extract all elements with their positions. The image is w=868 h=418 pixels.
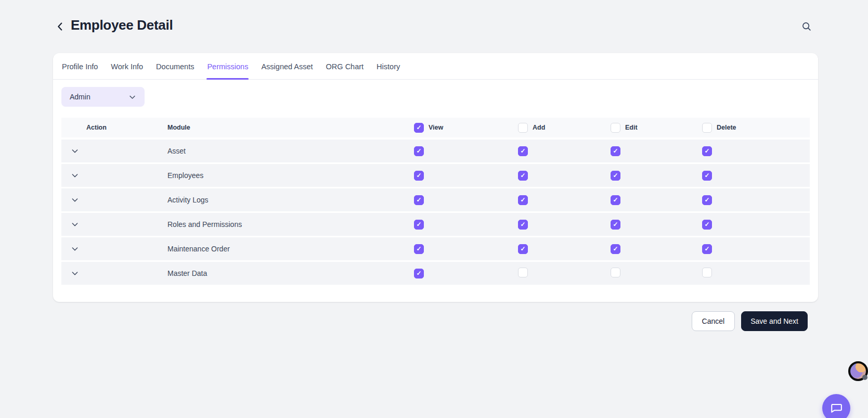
edit-cell: ✓ [611,146,702,156]
add-checkbox[interactable]: ✓ [518,220,528,230]
expand-row-button[interactable] [61,269,167,277]
tab-label: Documents [156,62,194,71]
add-cell: ✓ [518,244,611,254]
expand-row-button[interactable] [61,220,167,229]
tab-label: ORG Chart [326,62,364,71]
check-icon: ✓ [613,172,618,179]
add-checkbox[interactable]: ✓ [518,146,528,156]
role-select-value: Admin [70,93,90,101]
module-cell: Activity Logs [167,196,414,204]
page-title: Employee Detail [71,17,173,33]
check-icon: ✓ [520,246,525,252]
tab-org-chart[interactable]: ORG Chart [326,62,365,79]
chat-button[interactable] [822,394,850,418]
chevron-down-icon [71,147,79,155]
search-icon[interactable] [800,20,813,33]
column-checkbox[interactable]: ✓ [414,123,424,133]
view-cell: ✓ [414,146,518,156]
module-name: Activity Logs [167,196,209,204]
check-icon: ✓ [613,148,618,154]
tab-label: Permissions [207,62,248,71]
check-icon: ✓ [416,172,421,179]
tab-bar: Profile Info Work Info Documents Permiss… [53,53,818,80]
edit-checkbox[interactable]: ✓ [611,244,620,254]
table-row: Maintenance Order ✓ ✓ ✓ ✓ [61,237,810,260]
column-checkbox[interactable]: ✓ [518,123,528,133]
view-checkbox[interactable]: ✓ [414,171,424,181]
view-cell: ✓ [414,268,518,278]
module-cell: Asset [167,147,414,155]
expand-row-button[interactable] [61,171,167,180]
tab-history[interactable]: History [376,62,400,79]
view-checkbox[interactable]: ✓ [414,220,424,230]
add-cell: ✓ [518,170,611,181]
tab-assigned-asset[interactable]: Assigned Asset [261,62,313,79]
module-name: Master Data [167,269,207,277]
tab-profile-info[interactable]: Profile Info [61,62,98,79]
add-checkbox[interactable]: ✓ [518,244,528,254]
table-row: Asset ✓ ✓ ✓ ✓ [61,140,810,162]
magnifier-icon [801,21,812,32]
tab-work-info[interactable]: Work Info [110,62,144,79]
table-row: Employees ✓ ✓ ✓ ✓ [61,164,810,187]
table-row: Roles and Permissions ✓ ✓ ✓ ✓ [61,213,810,236]
add-cell: ✓ [518,195,611,205]
expand-row-button[interactable] [61,147,167,155]
add-checkbox[interactable]: ✓ [518,268,528,277]
column-checkbox[interactable]: ✓ [611,123,620,133]
delete-checkbox[interactable]: ✓ [702,220,712,230]
check-icon: ✓ [613,246,618,252]
check-icon: ✓ [704,246,709,252]
column-checkbox[interactable]: ✓ [702,123,712,133]
expand-row-button[interactable] [61,245,167,253]
delete-checkbox[interactable]: ✓ [702,244,712,254]
check-icon: ✓ [704,172,709,179]
expand-row-button[interactable] [61,196,167,204]
topbar: Employee Detail [0,0,868,50]
chevron-down-icon [71,171,79,180]
avatar[interactable] [848,361,868,381]
edit-cell: ✓ [611,195,702,205]
edit-checkbox[interactable]: ✓ [611,220,620,230]
edit-cell: ✓ [611,244,702,254]
back-button[interactable] [54,20,67,33]
delete-cell: ✓ [702,195,810,205]
check-icon: ✓ [613,221,618,227]
module-name: Maintenance Order [167,245,230,253]
permission-column-header: ✓ View [414,123,518,133]
edit-checkbox[interactable]: ✓ [611,146,620,156]
module-cell: Maintenance Order [167,245,414,253]
add-checkbox[interactable]: ✓ [518,195,528,205]
delete-checkbox[interactable]: ✓ [702,146,712,156]
view-checkbox[interactable]: ✓ [414,195,424,205]
delete-checkbox[interactable]: ✓ [702,268,712,277]
view-checkbox[interactable]: ✓ [414,269,424,278]
permission-column-header: ✓ Add [518,123,611,133]
check-icon: ✓ [520,221,525,227]
chevron-down-icon [128,93,136,101]
add-checkbox[interactable]: ✓ [518,171,528,181]
check-icon: ✓ [520,148,525,154]
edit-checkbox[interactable]: ✓ [611,195,620,205]
permission-column-label: View [429,124,443,131]
cancel-button[interactable]: Cancel [692,311,735,331]
tab-permissions[interactable]: Permissions [206,62,249,79]
permission-column-header: ✓ Delete [702,123,810,133]
chevron-down-icon [71,220,79,229]
table-body: Asset ✓ ✓ ✓ ✓ Employees ✓ ✓ ✓ ✓ [61,140,810,285]
view-cell: ✓ [414,195,518,205]
delete-checkbox[interactable]: ✓ [702,195,712,205]
role-select[interactable]: Admin [61,87,145,107]
tab-label: Profile Info [62,62,98,71]
status-dot [862,375,867,380]
edit-checkbox[interactable]: ✓ [611,171,620,181]
view-checkbox[interactable]: ✓ [414,146,424,156]
tab-documents[interactable]: Documents [156,62,195,79]
save-and-next-button[interactable]: Save and Next [741,311,808,331]
check-icon: ✓ [416,221,421,227]
permissions-table: Action Module ✓ View ✓ Add ✓ Edit ✓ Dele… [61,118,810,286]
module-name: Asset [167,147,186,155]
edit-checkbox[interactable]: ✓ [611,268,620,277]
delete-checkbox[interactable]: ✓ [702,171,712,181]
view-checkbox[interactable]: ✓ [414,244,424,254]
